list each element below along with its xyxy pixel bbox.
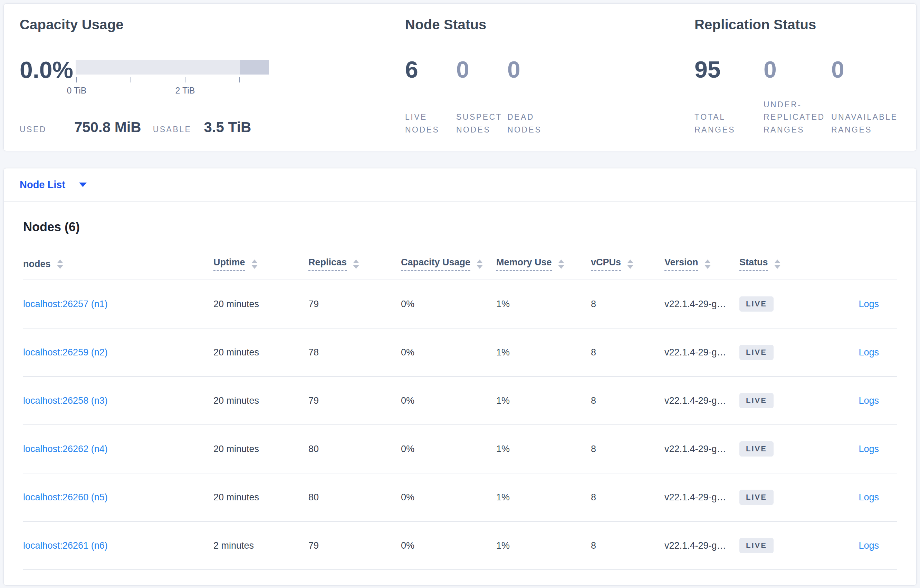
tick-mark: [131, 77, 131, 82]
node-link[interactable]: localhost:26262 (n4): [23, 444, 108, 454]
table-row: localhost:26261 (n6) 2 minutes 79 0% 1% …: [23, 522, 897, 570]
table-row: localhost:26262 (n4) 20 minutes 80 0% 1%…: [23, 425, 897, 473]
version-cell: v22.1.4-29-g…: [664, 492, 739, 503]
capacity-axis-labels: 0 TiB 2 TiB: [76, 86, 269, 96]
capacity-cell: 0%: [401, 396, 496, 406]
sort-icon[interactable]: [251, 260, 258, 269]
live-nodes-metric: 6 LIVE NODES: [405, 58, 456, 136]
node-link[interactable]: localhost:26258 (n3): [23, 396, 108, 406]
capacity-usage-panel: Capacity Usage 0.0% 0 TiB 2 TiB USED 750…: [20, 16, 330, 33]
status-badge: LIVE: [739, 393, 774, 408]
capacity-bar-other-fill: [240, 60, 269, 74]
dead-nodes-label: DEAD NODES: [507, 111, 562, 136]
used-value: 750.8 MiB: [74, 119, 141, 136]
sort-icon[interactable]: [774, 260, 781, 269]
capacity-axis-ticks: [76, 77, 269, 83]
unavailable-ranges-label: UNAVAILABLE RANGES: [831, 111, 900, 136]
version-cell: v22.1.4-29-g…: [664, 299, 739, 310]
sort-icon[interactable]: [705, 260, 711, 269]
column-header-status[interactable]: Status: [739, 257, 811, 271]
table-row: localhost:26257 (n1) 20 minutes 79 0% 1%…: [23, 280, 897, 328]
node-link[interactable]: localhost:26260 (n5): [23, 492, 108, 502]
memory-cell: 1%: [496, 299, 591, 310]
capacity-bar-chart: 0 TiB 2 TiB: [76, 60, 269, 96]
logs-link[interactable]: Logs: [858, 444, 879, 454]
memory-cell: 1%: [496, 492, 591, 503]
sort-icon[interactable]: [476, 260, 483, 269]
replication-status-panel: Replication Status 95 TOTAL RANGES 0 UND…: [695, 16, 909, 33]
status-badge: LIVE: [739, 538, 774, 553]
vcpus-cell: 8: [591, 299, 664, 310]
usable-label: USABLE: [153, 125, 192, 134]
dead-nodes-metric: 0 DEAD NODES: [507, 58, 562, 136]
cluster-overview-page: { "summary": { "capacity": { "title": "C…: [0, 0, 920, 588]
total-ranges-value: 95: [695, 58, 764, 81]
logs-link[interactable]: Logs: [858, 540, 879, 551]
vcpus-cell: 8: [591, 347, 664, 358]
memory-cell: 1%: [496, 396, 591, 406]
column-header-capacity-usage[interactable]: Capacity Usage: [401, 257, 496, 271]
logs-link[interactable]: Logs: [858, 347, 879, 357]
column-header-vcpus[interactable]: vCPUs: [591, 257, 664, 271]
status-badge: LIVE: [739, 489, 774, 505]
tick-mark: [185, 77, 185, 82]
memory-cell: 1%: [496, 540, 591, 551]
suspect-nodes-label: SUSPECT NODES: [456, 111, 507, 136]
capacity-cell: 0%: [401, 444, 496, 454]
column-header-memory-use[interactable]: Memory Use: [496, 257, 591, 271]
node-list-dropdown-label[interactable]: Node List: [20, 179, 65, 191]
column-header-nodes[interactable]: nodes: [23, 259, 214, 270]
version-cell: v22.1.4-29-g…: [664, 396, 739, 406]
status-badge: LIVE: [739, 441, 774, 457]
sort-icon[interactable]: [57, 260, 63, 269]
replicas-cell: 80: [308, 444, 401, 454]
sort-icon[interactable]: [558, 260, 564, 269]
nodes-table-section: Nodes (6) nodes Uptime Replicas Capacity…: [4, 220, 916, 570]
node-link[interactable]: localhost:26261 (n6): [23, 540, 108, 551]
version-cell: v22.1.4-29-g…: [664, 540, 739, 551]
memory-cell: 1%: [496, 444, 591, 454]
used-label: USED: [20, 125, 47, 134]
node-status-title: Node Status: [405, 16, 647, 33]
node-link[interactable]: localhost:26259 (n2): [23, 347, 108, 357]
node-status-panel: Node Status 6 LIVE NODES 0 SUSPECT NODES…: [405, 16, 647, 33]
column-header-version[interactable]: Version: [664, 257, 739, 271]
capacity-usage-title: Capacity Usage: [20, 16, 330, 33]
vcpus-cell: 8: [591, 396, 664, 406]
logs-link[interactable]: Logs: [858, 492, 879, 502]
total-ranges-metric: 95 TOTAL RANGES: [695, 58, 764, 136]
uptime-cell: 20 minutes: [214, 347, 308, 358]
node-list-card: Node List Nodes (6) nodes Uptime Replica…: [3, 168, 917, 586]
node-link[interactable]: localhost:26257 (n1): [23, 299, 108, 309]
cluster-summary-card: Capacity Usage 0.0% 0 TiB 2 TiB USED 750…: [3, 3, 917, 151]
suspect-nodes-metric: 0 SUSPECT NODES: [456, 58, 507, 136]
vcpus-cell: 8: [591, 492, 664, 503]
tick-mark: [239, 77, 240, 82]
dead-nodes-value: 0: [507, 58, 562, 81]
total-ranges-label: TOTAL RANGES: [695, 111, 764, 136]
column-header-uptime[interactable]: Uptime: [214, 257, 308, 271]
capacity-bar: [76, 60, 269, 74]
axis-label-0: 0 TiB: [67, 86, 87, 95]
table-row: localhost:26258 (n3) 20 minutes 79 0% 1%…: [23, 377, 897, 425]
replicas-cell: 79: [308, 396, 401, 406]
table-row: localhost:26259 (n2) 20 minutes 78 0% 1%…: [23, 328, 897, 377]
status-badge: LIVE: [739, 296, 774, 312]
axis-label-2: 2 TiB: [175, 86, 195, 95]
column-header-replicas[interactable]: Replicas: [308, 257, 401, 271]
sort-icon[interactable]: [353, 260, 359, 269]
table-row: localhost:26260 (n5) 20 minutes 80 0% 1%…: [23, 473, 897, 522]
capacity-cell: 0%: [401, 492, 496, 503]
status-badge: LIVE: [739, 345, 774, 360]
sort-icon[interactable]: [627, 260, 633, 269]
usable-value: 3.5 TiB: [204, 119, 251, 136]
logs-link[interactable]: Logs: [858, 396, 879, 406]
capacity-cell: 0%: [401, 347, 496, 358]
logs-link[interactable]: Logs: [858, 299, 879, 309]
uptime-cell: 20 minutes: [214, 396, 308, 406]
uptime-cell: 20 minutes: [214, 492, 308, 503]
vcpus-cell: 8: [591, 444, 664, 454]
node-list-dropdown[interactable]: Node List: [4, 168, 916, 202]
vcpus-cell: 8: [591, 540, 664, 551]
capacity-metrics-row: USED 750.8 MiB USABLE 3.5 TiB: [20, 119, 251, 136]
